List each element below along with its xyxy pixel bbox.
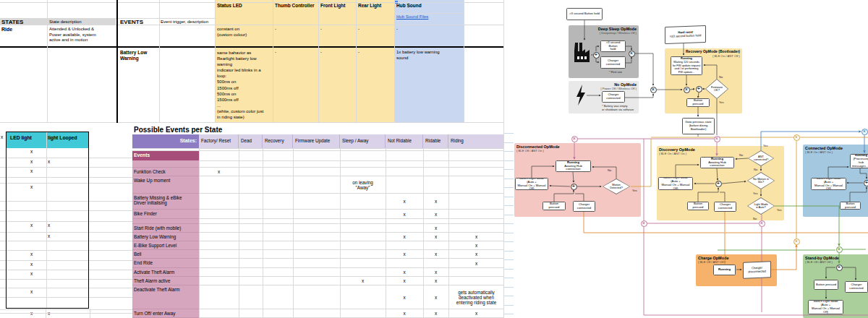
event-label[interactable]: Battery Missing & eBike Dirver initialis… [132, 194, 199, 210]
node-standby-button[interactable]: Button pressed [814, 280, 838, 290]
junction-connected-or[interactable]: + [864, 180, 868, 186]
junction-gold-bus[interactable]: × [793, 134, 800, 141]
event-state-cell[interactable]: x [448, 259, 504, 268]
led-table-row[interactable]: x [0, 261, 132, 270]
node-connected-switch-light[interactable]: Switch Light Mode (Auto + Manual On + Ma… [811, 178, 846, 190]
node-button-hold-start[interactable]: >3 second Button hold [566, 8, 603, 20]
led-table-row[interactable]: x [0, 251, 132, 261]
node-recovery-running[interactable]: RunningWaiting 120 seconds for FW update… [671, 56, 702, 75]
junction-pink-lightmode[interactable]: × [759, 220, 765, 227]
node-charge-running[interactable]: Running [713, 265, 736, 275]
junction-deepsleep-or[interactable]: + [593, 52, 600, 59]
event-label[interactable]: Bike Finder [132, 210, 199, 219]
led-table-row[interactable]: x [0, 233, 132, 241]
junction-disconnected-or[interactable]: + [571, 184, 577, 190]
led-table-row[interactable]: xx [0, 222, 132, 233]
node-connected-button[interactable]: Button pressed [840, 202, 861, 210]
event-state-cell[interactable]: x [423, 210, 448, 219]
junction-standby-or[interactable]: + [836, 265, 843, 271]
event-label[interactable]: Start Ride (with mobile) [132, 224, 199, 233]
node-recovery-button[interactable]: Button pressed [686, 98, 710, 107]
junction-blue-connected[interactable]: × [861, 129, 868, 135]
event-state-cell[interactable]: x [423, 194, 448, 210]
event-label[interactable]: Battery Low Warning [132, 233, 199, 241]
cell-ride-desc[interactable]: Attended & Unlocked & Power available, s… [49, 27, 114, 43]
event-state-cell[interactable]: x [423, 250, 448, 259]
led-table-row[interactable]: x [0, 168, 132, 178]
event-state-cell[interactable]: x [423, 285, 448, 309]
state-column-header[interactable]: Dead [239, 134, 263, 148]
node-disconnected-switch-light[interactable]: Switch Light Mode (Auto + Manual On + Ma… [515, 178, 548, 190]
node-deepsleep-charger[interactable]: Charger connected [600, 56, 626, 69]
event-state-cell[interactable]: x [340, 277, 386, 285]
node-discovery-switch-light[interactable]: Switch Light Mode (Auto + Manual On + Ma… [658, 177, 693, 190]
event-state-cell[interactable]: x [386, 268, 423, 277]
junction-recovery-or[interactable]: + [696, 86, 702, 93]
junction-green-standby[interactable]: × [836, 246, 843, 253]
event-label[interactable]: E-Bike Support Level [132, 241, 199, 250]
led-table-row[interactable] [0, 211, 132, 222]
junction-pink-mid[interactable]: × [641, 220, 647, 227]
junction-recovery-xor[interactable]: × [684, 87, 690, 93]
led-table-row[interactable] [0, 241, 132, 251]
event-state-cell[interactable]: x [448, 309, 504, 318]
node-hard-reset[interactable]: Hard reset>33 second button hold [665, 25, 706, 44]
state-column-header[interactable]: Riding [448, 134, 504, 148]
event-state-cell[interactable]: x [386, 309, 423, 318]
node-disconnected-running[interactable]: RunningAwaiting Hub connection [556, 160, 591, 172]
state-column-header[interactable]: Not Ridable [386, 134, 423, 148]
event-label[interactable]: Theft Alarm active [132, 277, 199, 285]
led-table-row[interactable]: xx [0, 158, 132, 168]
event-state-cell[interactable]: x [386, 250, 423, 259]
event-label[interactable]: Wake Up moment [132, 176, 199, 194]
event-state-cell[interactable]: on leaving "Away" [340, 176, 386, 194]
led-table-row[interactable] [0, 298, 132, 310]
led-table-row[interactable]: x [0, 288, 132, 298]
led-table-row[interactable] [0, 178, 132, 184]
state-column-header[interactable]: Firmware Update [293, 134, 340, 148]
event-state-cell[interactable]: x [386, 194, 423, 210]
states-header[interactable]: STATES [1, 19, 45, 26]
led-light-header[interactable]: LED light [10, 135, 45, 141]
node-deepsleep-button-hold[interactable]: >3 second Button hold [600, 40, 626, 52]
junction-deepsleep-xor[interactable]: × [629, 51, 635, 57]
led-table-row[interactable]: x [0, 148, 132, 158]
event-state-cell[interactable]: x [423, 277, 448, 285]
node-disconnected-charger[interactable]: Charger connected [573, 201, 595, 212]
event-state-cell[interactable]: x [423, 224, 448, 233]
event-state-cell[interactable]: gets automatically deactivated when ente… [448, 285, 504, 309]
event-state-cell[interactable]: x [386, 210, 423, 219]
junction-discovery-or[interactable]: + [715, 181, 722, 187]
node-disconnected-button[interactable]: Button pressed [542, 202, 566, 210]
light-looped-header[interactable]: light Looped [48, 135, 88, 141]
event-state-cell[interactable]: x [448, 233, 504, 241]
state-desc-header[interactable]: State description [49, 20, 114, 25]
event-state-cell[interactable]: x [448, 241, 504, 250]
node-standby-switch-light[interactable]: Switch Light Mode (Auto + Manual On + Ma… [808, 300, 843, 314]
event-label[interactable]: Turn Off/ enter Away [132, 309, 199, 318]
led-table-row[interactable] [0, 280, 132, 288]
led-table-row[interactable]: x [0, 270, 132, 280]
event-label[interactable]: Activate Theft Alarm [132, 268, 199, 277]
node-connected-running[interactable]: Running(Processing hub messages ...) [850, 154, 868, 168]
event-label[interactable]: End Ride [132, 259, 199, 268]
event-label[interactable]: Funktion Check [132, 168, 199, 176]
junction-gold-charge[interactable]: × [793, 239, 800, 245]
led-table-row[interactable] [0, 202, 132, 211]
event-state-cell[interactable]: x [386, 285, 423, 309]
event-state-cell[interactable]: x [423, 233, 448, 241]
node-charger-disconnected[interactable]: Charger disconnected [743, 261, 771, 278]
state-column-header[interactable]: Recovery [263, 134, 293, 148]
node-discovery-running[interactable]: RunningAwaiting Hub connection [700, 157, 734, 168]
state-column-header[interactable]: Factory/ Reset [199, 134, 239, 148]
event-state-cell[interactable]: x [423, 268, 448, 277]
event-label[interactable]: Deactivate Theft Alarm [132, 285, 199, 309]
event-state-cell[interactable]: x [448, 250, 504, 259]
cell-ride[interactable]: Ride [1, 27, 45, 33]
event-state-cell[interactable]: x [386, 277, 423, 285]
state-column-header[interactable]: Ridable [423, 134, 448, 148]
event-label[interactable]: Bell [132, 250, 199, 259]
event-state-cell[interactable]: x [423, 309, 448, 318]
junction-boot-xor[interactable]: × [650, 87, 657, 93]
node-standby-charger[interactable]: Charger connected [845, 281, 868, 293]
